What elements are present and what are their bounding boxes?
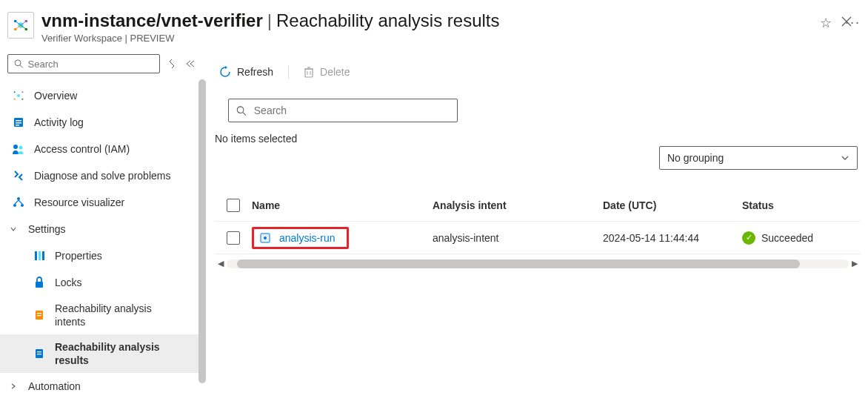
sidebar-section-settings[interactable]: Settings xyxy=(0,216,206,242)
success-icon: ✓ xyxy=(742,231,755,245)
sidebar-item-properties[interactable]: Properties xyxy=(0,242,206,269)
svg-rect-37 xyxy=(37,351,41,352)
svg-rect-29 xyxy=(35,251,37,260)
svg-point-23 xyxy=(19,146,23,150)
favorite-button[interactable]: ☆ xyxy=(820,15,832,31)
scrollbar-thumb[interactable] xyxy=(198,79,206,383)
close-button[interactable] xyxy=(838,13,855,30)
sidebar-item-label: Resource visualizer xyxy=(34,196,124,208)
search-icon xyxy=(236,105,247,116)
svg-point-17 xyxy=(21,99,23,100)
horizontal-scrollbar[interactable]: ◀ ▶ xyxy=(215,259,861,268)
sidebar-item-locks[interactable]: Locks xyxy=(0,269,206,296)
sidebar-item-label: Diagnose and solve problems xyxy=(34,170,170,182)
svg-rect-39 xyxy=(305,69,313,77)
svg-rect-21 xyxy=(16,125,19,126)
svg-rect-30 xyxy=(39,251,41,260)
sidebar-search-input[interactable] xyxy=(28,59,153,70)
scroll-left-arrow[interactable]: ◀ xyxy=(215,259,227,268)
column-header-intent[interactable]: Analysis intent xyxy=(433,199,603,211)
page-title: vnm-instance/vnet-verifier | Reachabilit… xyxy=(41,10,820,31)
sidebar-item-resource-visualizer[interactable]: Resource visualizer xyxy=(0,189,206,216)
sidebar-item-access-control[interactable]: Access control (IAM) xyxy=(0,136,206,162)
svg-point-44 xyxy=(237,106,244,113)
delete-icon xyxy=(304,66,314,78)
result-name-link[interactable]: analysis-run xyxy=(279,232,335,244)
svg-point-16 xyxy=(14,99,16,100)
locks-icon xyxy=(33,276,46,289)
resource-visualizer-icon xyxy=(12,196,25,209)
overview-icon xyxy=(12,89,25,102)
svg-line-12 xyxy=(20,65,23,68)
svg-rect-32 xyxy=(36,282,43,288)
column-header-name[interactable]: Name xyxy=(252,199,433,211)
svg-rect-38 xyxy=(37,354,41,354)
sidebar-item-overview[interactable]: Overview xyxy=(0,82,206,109)
sidebar-scrollbar[interactable] xyxy=(198,79,206,407)
resource-icon xyxy=(7,12,34,39)
sidebar-item-reachability-intents[interactable]: Reachability analysis intents xyxy=(0,296,206,334)
sidebar-item-label: Reachability analysis results xyxy=(55,340,166,367)
grouping-dropdown[interactable]: No grouping xyxy=(659,146,858,170)
results-table: Name Analysis intent Date (UTC) Status a… xyxy=(215,189,861,268)
svg-point-11 xyxy=(15,60,21,66)
scrollbar-track[interactable] xyxy=(227,259,849,268)
scroll-right-arrow[interactable]: ▶ xyxy=(849,259,861,268)
sidebar-expand-toggle[interactable] xyxy=(169,59,175,69)
results-icon xyxy=(33,347,46,360)
refresh-button[interactable]: Refresh xyxy=(215,63,278,81)
chevron-down-icon xyxy=(841,153,849,162)
page-header: vnm-instance/vnet-verifier | Reachabilit… xyxy=(0,0,868,51)
svg-point-26 xyxy=(21,204,24,207)
sidebar-item-diagnose[interactable]: Diagnose and solve problems xyxy=(0,162,206,189)
svg-point-22 xyxy=(13,145,18,149)
status-text: Succeeded xyxy=(761,232,813,244)
sidebar-search[interactable] xyxy=(7,54,160,73)
table-header: Name Analysis intent Date (UTC) Status xyxy=(215,189,861,222)
svg-point-47 xyxy=(264,236,267,239)
scrollbar-thumb[interactable] xyxy=(237,259,800,268)
svg-rect-20 xyxy=(16,122,21,124)
sidebar-item-reachability-results[interactable]: Reachability analysis results xyxy=(0,334,206,373)
row-checkbox[interactable] xyxy=(227,231,240,245)
toolbar-divider xyxy=(288,65,289,79)
result-icon xyxy=(258,231,272,245)
sidebar-item-label: Properties xyxy=(55,250,102,262)
svg-point-15 xyxy=(21,91,23,93)
breadcrumb: vnm-instance/vnet-verifier xyxy=(41,10,263,31)
sidebar-item-activity-log[interactable]: Activity log xyxy=(0,109,206,136)
chevron-down-icon xyxy=(9,225,18,233)
select-all-checkbox[interactable] xyxy=(227,199,240,212)
column-header-status[interactable]: Status xyxy=(742,199,861,211)
sidebar-item-label: Activity log xyxy=(34,116,84,128)
button-label: Delete xyxy=(320,66,350,78)
sidebar-item-label: Automation xyxy=(28,380,81,392)
refresh-icon xyxy=(219,66,231,78)
svg-point-25 xyxy=(13,204,16,207)
activity-log-icon xyxy=(12,116,25,129)
sidebar: Overview Activity log Access control (IA… xyxy=(0,51,206,407)
svg-point-24 xyxy=(17,197,20,200)
results-search-input[interactable] xyxy=(254,105,450,116)
close-icon xyxy=(841,16,852,27)
workspace-icon xyxy=(13,17,29,33)
diagnose-icon xyxy=(12,169,25,182)
column-header-date[interactable]: Date (UTC) xyxy=(603,199,742,211)
svg-rect-31 xyxy=(42,251,44,260)
sidebar-section-automation[interactable]: Automation xyxy=(0,373,206,400)
main-content: Refresh Delete No items selected No grou… xyxy=(206,51,868,407)
sidebar-item-label: Locks xyxy=(55,277,82,288)
svg-line-27 xyxy=(15,200,19,204)
svg-line-28 xyxy=(19,200,22,204)
svg-point-14 xyxy=(14,91,16,93)
svg-point-13 xyxy=(17,94,20,97)
command-bar: Refresh Delete xyxy=(215,60,861,84)
intents-icon xyxy=(33,308,46,322)
access-control-icon xyxy=(12,142,25,156)
svg-rect-34 xyxy=(37,313,41,314)
results-search[interactable] xyxy=(228,99,458,122)
cell-intent: analysis-intent xyxy=(433,232,603,244)
expand-collapse-icon xyxy=(169,59,175,69)
collapse-icon xyxy=(184,59,194,68)
sidebar-collapse-button[interactable] xyxy=(184,59,194,68)
